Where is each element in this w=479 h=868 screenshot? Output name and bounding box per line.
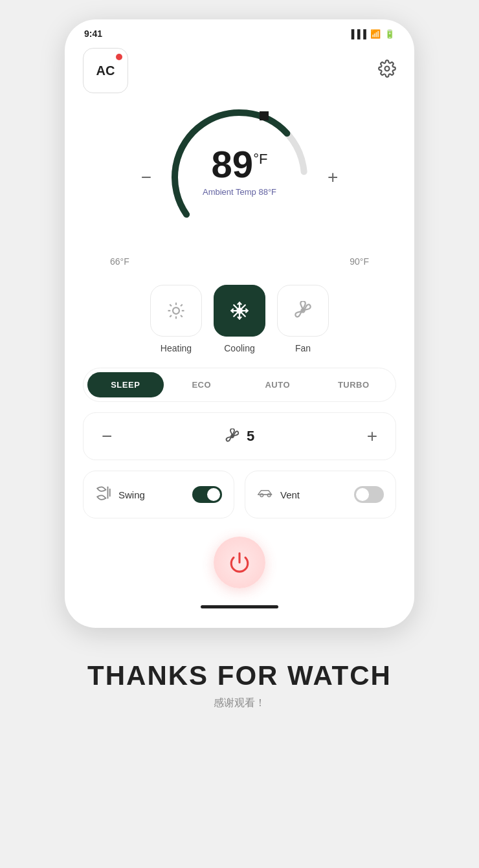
status-icons: ▐▐▐ 📶 🔋	[348, 29, 395, 39]
vent-card: Vent	[245, 471, 396, 518]
temperature-display: 89°F Ambient Temp 88°F	[203, 146, 276, 197]
thanks-subtitle: 感谢观看！	[87, 696, 392, 710]
svg-line-12	[170, 315, 172, 317]
vent-toggle[interactable]	[354, 486, 384, 503]
ac-label: AC	[96, 63, 115, 78]
fan-speed-section: − 5 +	[83, 412, 396, 460]
swing-label: Swing	[118, 489, 186, 500]
svg-point-4	[173, 307, 179, 314]
heating-icon-wrap	[150, 285, 202, 337]
turbo-mode-tab[interactable]: TURBO	[316, 372, 392, 397]
status-bar: 9:41 ▐▐▐ 📶 🔋	[65, 19, 414, 39]
thanks-title: THANKS FOR WATCH	[87, 660, 392, 691]
footer-section: THANKS FOR WATCH 感谢观看！	[87, 628, 392, 729]
fan-mode-tabs: SLEEP ECO AUTO TURBO	[83, 368, 396, 402]
temperature-value: 89°F	[203, 146, 276, 183]
swing-card: Swing	[83, 471, 234, 518]
auto-mode-tab[interactable]: AUTO	[240, 372, 316, 397]
eco-mode-tab[interactable]: ECO	[164, 372, 240, 397]
status-time: 9:41	[84, 28, 102, 39]
wifi-icon: 📶	[370, 29, 381, 39]
power-section	[65, 518, 414, 599]
toggle-section: Swing Vent	[83, 471, 396, 518]
svg-line-10	[181, 315, 183, 317]
cooling-label: Cooling	[224, 343, 254, 353]
signal-icon: ▐▐▐	[348, 29, 366, 39]
svg-point-31	[267, 494, 271, 497]
svg-line-11	[181, 304, 183, 306]
dial-indicator-dot	[260, 111, 269, 120]
fan-label: Fan	[295, 343, 311, 353]
dial-max-label: 90°F	[350, 256, 369, 267]
heating-mode-button[interactable]: Heating	[150, 285, 202, 353]
temperature-dial-section: − 89°F Ambient Temp 88°F +	[65, 93, 414, 255]
temperature-dial: 89°F Ambient Temp 88°F	[162, 100, 317, 255]
svg-point-30	[260, 494, 263, 497]
battery-icon: 🔋	[384, 29, 395, 39]
fan-speed-increase-button[interactable]: +	[367, 426, 377, 447]
fan-speed-decrease-button[interactable]: −	[102, 426, 112, 447]
mode-section: Heating Cooling	[65, 267, 414, 353]
fan-mode-button[interactable]: Fan	[277, 285, 329, 353]
fan-icon-wrap	[277, 285, 329, 337]
settings-button[interactable]	[378, 60, 396, 82]
swing-icon	[95, 484, 112, 505]
heating-label: Heating	[161, 343, 192, 353]
fan-speed-display: 5	[225, 428, 254, 445]
swing-toggle[interactable]	[192, 486, 222, 503]
svg-point-0	[385, 66, 390, 71]
cooling-icon-wrap	[214, 285, 265, 337]
vent-label: Vent	[280, 489, 348, 500]
fan-speed-value: 5	[247, 428, 254, 445]
power-button[interactable]	[214, 537, 265, 588]
ac-status-dot	[116, 54, 122, 60]
fan-speed-icon	[225, 428, 240, 444]
ambient-temp-text: Ambient Temp 88°F	[203, 187, 276, 197]
svg-line-9	[170, 304, 172, 306]
phone-frame: 9:41 ▐▐▐ 📶 🔋 AC −	[65, 19, 414, 628]
ac-button[interactable]: AC	[83, 48, 128, 93]
cooling-mode-button[interactable]: Cooling	[214, 285, 265, 353]
dial-min-label: 66°F	[110, 256, 129, 267]
sleep-mode-tab[interactable]: SLEEP	[87, 372, 164, 397]
vent-icon	[257, 484, 274, 505]
home-indicator	[201, 605, 278, 608]
